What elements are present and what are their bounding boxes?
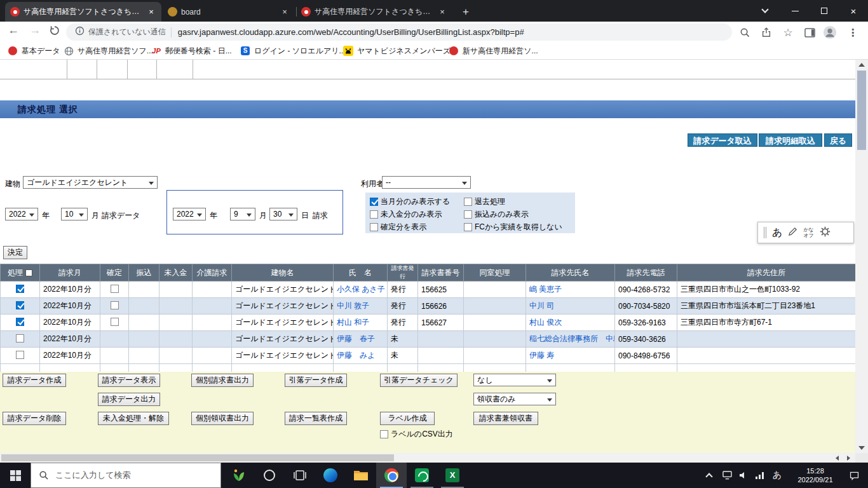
checkbox[interactable] bbox=[370, 210, 378, 219]
ime-toolbar[interactable]: あ かな オフ bbox=[757, 222, 854, 243]
bookmark-item[interactable]: サ高住専用経営ソフ... bbox=[64, 44, 153, 57]
back-button[interactable]: 戻る bbox=[824, 133, 852, 147]
share-icon[interactable] bbox=[759, 25, 774, 40]
receipt-option-select[interactable]: 領収書のみ bbox=[473, 393, 556, 405]
cell-resident-name-link[interactable]: 伊藤 春子 bbox=[334, 331, 388, 348]
bookmark-item[interactable]: 基本データ bbox=[8, 44, 60, 57]
browser-tab-2[interactable]: board × bbox=[163, 2, 295, 22]
user-select[interactable]: -- bbox=[382, 176, 471, 189]
label-create-button[interactable]: ラベル作成 bbox=[380, 412, 435, 425]
tray-network-icon[interactable] bbox=[752, 463, 768, 488]
taskbar-task-view-button[interactable] bbox=[285, 463, 315, 488]
checkbox[interactable] bbox=[111, 318, 119, 326]
individual-receipt-button[interactable]: 個別領収書出力 bbox=[191, 412, 254, 425]
ime-mode-indicator[interactable]: あ bbox=[772, 226, 782, 240]
tab-search-chevron-icon[interactable] bbox=[752, 0, 778, 22]
checkbox[interactable] bbox=[464, 210, 472, 219]
bookmark-item[interactable]: JP 郵便番号検索 - 日... bbox=[151, 44, 232, 57]
checkbox[interactable] bbox=[380, 430, 388, 438]
tab-close-icon[interactable]: × bbox=[280, 7, 290, 17]
side-panel-icon[interactable] bbox=[802, 25, 817, 40]
bookmark-star-icon[interactable]: ☆ bbox=[780, 25, 796, 40]
reload-icon[interactable] bbox=[50, 25, 60, 39]
start-button[interactable] bbox=[0, 463, 31, 488]
taskbar-app-edge[interactable] bbox=[315, 463, 346, 488]
kebab-menu-icon[interactable]: ⋮ bbox=[845, 25, 860, 40]
invoice-receipt-button[interactable]: 請求書兼領収書 bbox=[473, 412, 538, 425]
checkbox[interactable] bbox=[111, 285, 119, 293]
checkbox[interactable] bbox=[464, 223, 472, 231]
scroll-right-arrow-icon[interactable] bbox=[847, 456, 850, 461]
scroll-up-arrow-icon[interactable] bbox=[858, 63, 865, 67]
cell-billto-name-link[interactable]: 村山 俊次 bbox=[526, 315, 615, 331]
taskbar-app-excel[interactable]: X bbox=[437, 463, 468, 488]
billing-list-button[interactable]: 請求一覧表作成 bbox=[285, 412, 347, 425]
cell-billto-name-link[interactable]: 中川 司 bbox=[526, 298, 615, 315]
forward-icon[interactable]: → bbox=[29, 24, 41, 37]
row-select-checkbox[interactable] bbox=[1, 281, 40, 298]
vertical-scrollbar[interactable] bbox=[855, 60, 868, 453]
output-billing-data-button[interactable]: 請求データ出力 bbox=[98, 393, 160, 406]
tray-display-icon[interactable] bbox=[719, 463, 735, 488]
side-search-icon[interactable] bbox=[737, 25, 752, 40]
scroll-down-arrow-icon[interactable] bbox=[858, 446, 865, 450]
ime-settings-gear-icon[interactable] bbox=[820, 226, 831, 240]
taskbar-search[interactable]: ここに入力して検索 bbox=[31, 463, 221, 488]
import-billing-detail-button[interactable]: 請求明細取込 bbox=[759, 133, 822, 147]
window-close-button[interactable]: × bbox=[839, 0, 868, 22]
scroll-left-arrow-icon[interactable] bbox=[836, 456, 839, 461]
cell-billto-name-link[interactable]: 稲七総合法律事務所 中島 悠衣 bbox=[526, 331, 615, 348]
invoice-year-select[interactable]: 2022 bbox=[173, 208, 206, 220]
window-maximize-button[interactable] bbox=[810, 0, 839, 22]
row-select-checkbox[interactable] bbox=[1, 348, 40, 364]
invoice-day-select[interactable]: 30 bbox=[269, 208, 297, 220]
debit-option-select[interactable]: なし bbox=[473, 374, 556, 386]
browser-tab-3[interactable]: サ高住専用経営ソフトさつきちゃん × bbox=[296, 2, 452, 22]
checkbox[interactable] bbox=[16, 301, 24, 309]
cell-resident-name-link[interactable]: 小久保 あさ子 bbox=[334, 281, 388, 298]
tray-expand-chevron-icon[interactable] bbox=[702, 463, 717, 488]
display-billing-data-button[interactable]: 請求データ表示 bbox=[98, 374, 160, 387]
taskbar-app-file-explorer[interactable] bbox=[346, 463, 376, 488]
check-debit-data-button[interactable]: 引落データチェック bbox=[380, 374, 458, 387]
billing-month-select[interactable]: 10 bbox=[61, 208, 88, 220]
horizontal-scrollbar-thumb[interactable] bbox=[1, 454, 394, 461]
bookmark-item[interactable]: ヤマトビジネスメンバーズ bbox=[343, 44, 451, 57]
tray-volume-icon[interactable] bbox=[736, 463, 751, 488]
cell-confirm-checkbox[interactable] bbox=[100, 298, 129, 315]
filter-option-show-confirmed[interactable]: 確定分を表示 bbox=[370, 222, 426, 232]
taskbar-app-cortana[interactable] bbox=[254, 463, 285, 488]
ime-kana-toggle[interactable]: かな オフ bbox=[803, 227, 813, 238]
cell-billto-name-link[interactable]: 伊藤 寿 bbox=[526, 348, 615, 364]
bookmark-item[interactable]: S ログイン - ソロエルアリ... bbox=[240, 44, 345, 57]
filter-option-current-month[interactable]: 当月分のみ表示する bbox=[370, 196, 450, 207]
notification-center-button[interactable] bbox=[843, 463, 865, 488]
create-billing-data-button[interactable]: 請求データ作成 bbox=[3, 374, 66, 387]
cell-confirm-checkbox[interactable] bbox=[100, 315, 129, 331]
individual-invoice-button[interactable]: 個別請求書出力 bbox=[191, 374, 254, 387]
filter-option-transfer-only[interactable]: 振込みのみ表示 bbox=[464, 209, 529, 219]
tab-close-icon[interactable]: × bbox=[146, 7, 156, 17]
label-csv-option[interactable]: ラベルのCSV出力 bbox=[380, 429, 453, 439]
building-select[interactable]: ゴールドエイジエクセレント bbox=[23, 176, 158, 189]
cell-billto-name-link[interactable]: 嶋 美恵子 bbox=[526, 281, 615, 298]
decide-button[interactable]: 決定 bbox=[3, 246, 27, 259]
checkbox[interactable] bbox=[111, 301, 119, 309]
checkbox[interactable] bbox=[16, 318, 24, 326]
info-icon[interactable] bbox=[75, 26, 85, 38]
address-bar[interactable]: 保護されていない通信 gasrv.japanwest.cloudapp.azur… bbox=[66, 24, 732, 41]
taskbar-app-green[interactable] bbox=[407, 463, 437, 488]
checkbox[interactable] bbox=[16, 334, 24, 342]
taskbar-app-chrome[interactable] bbox=[376, 463, 407, 488]
cell-resident-name-link[interactable]: 中川 敦子 bbox=[334, 298, 388, 315]
checkbox[interactable] bbox=[370, 223, 378, 231]
import-billing-data-button[interactable]: 請求データ取込 bbox=[688, 133, 757, 147]
filter-option-moveout[interactable]: 退去処理 bbox=[464, 196, 505, 207]
select-all-checkbox[interactable] bbox=[25, 269, 32, 276]
vertical-scrollbar-thumb[interactable] bbox=[857, 71, 866, 150]
window-minimize-button[interactable] bbox=[780, 0, 810, 22]
ime-pen-icon[interactable] bbox=[788, 227, 797, 239]
row-select-checkbox[interactable] bbox=[1, 315, 40, 331]
horizontal-scrollbar[interactable] bbox=[0, 453, 855, 463]
bookmark-item[interactable]: 新サ高住専用経営ソ... bbox=[449, 44, 538, 57]
